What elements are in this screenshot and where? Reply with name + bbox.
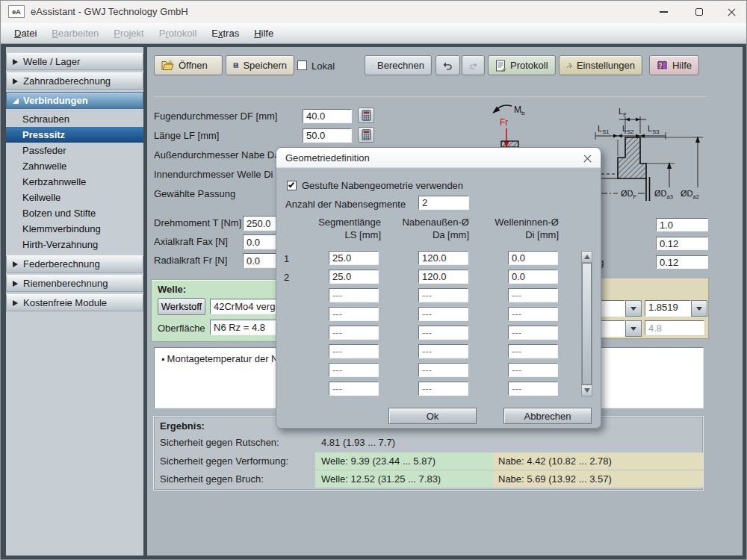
open-folder-icon xyxy=(161,60,174,71)
maximize-button[interactable] xyxy=(682,1,716,23)
segment-da-input[interactable] xyxy=(418,307,468,321)
minimize-button[interactable] xyxy=(646,1,681,23)
fugendurchmesser-label: Fugendurchmesser DF [mm] xyxy=(154,111,277,122)
gestufte-nabengeometrie-checkbox[interactable] xyxy=(287,181,297,190)
sidebar-item-keilwelle[interactable]: Keilwelle xyxy=(6,190,143,205)
werkstoff-button[interactable]: Werkstoff xyxy=(158,298,205,315)
segment-ls-input[interactable] xyxy=(329,307,379,321)
da2-label: ØDa2 xyxy=(681,189,699,200)
save-button[interactable]: Speichern xyxy=(226,55,294,75)
local-checkbox-label: Lokal xyxy=(311,60,335,72)
sidebar-section-federberechnung[interactable]: Federberechnung xyxy=(6,255,143,273)
sidebar-section-zahnradberechnung[interactable]: Zahnradberechnung xyxy=(6,72,143,90)
menu-datei[interactable]: Datei xyxy=(7,23,44,43)
help-book-icon xyxy=(657,60,668,71)
sidebar-section-welle-lager[interactable]: Welle / Lager xyxy=(6,53,143,70)
segment-di-input[interactable] xyxy=(508,270,558,284)
segment-ls-input[interactable] xyxy=(329,288,379,302)
close-button[interactable] xyxy=(714,1,747,23)
segment-di-input[interactable] xyxy=(508,344,558,358)
undo-button[interactable] xyxy=(436,55,460,75)
segment-di-input[interactable] xyxy=(508,307,558,321)
segment-da-input[interactable] xyxy=(418,382,468,396)
calculate-button[interactable]: Berechnen xyxy=(365,55,432,75)
lf-label: LF xyxy=(619,107,627,118)
segment-ls-input[interactable] xyxy=(329,382,379,396)
laenge-calc-button[interactable] xyxy=(358,127,374,143)
local-checkbox[interactable] xyxy=(297,60,307,70)
sidebar-section-kostenfreie-module[interactable]: Kostenfreie Module xyxy=(6,294,143,311)
da3-label: ØDa3 xyxy=(654,189,673,200)
sidebar-item-klemmverbindung[interactable]: Klemmverbindung xyxy=(6,221,143,237)
slip-label: Sicherheit gegen Rutschen: xyxy=(160,437,279,448)
ls1-label: LS1 xyxy=(598,124,609,135)
nabe-ratio-combo[interactable]: 1.8519 xyxy=(645,300,707,317)
coefficient-input-3[interactable] xyxy=(656,255,708,269)
segment-di-input[interactable] xyxy=(508,288,558,302)
menu-projekt[interactable]: Projekt xyxy=(106,23,151,43)
segment-da-input[interactable] xyxy=(418,270,468,284)
sidebar-section-verbindungen[interactable]: Verbindungen xyxy=(6,92,143,109)
sidebar-item-kerbzahnwelle[interactable]: Kerbzahnwelle xyxy=(6,174,143,190)
col2-header-line2: Da [mm] xyxy=(393,229,469,240)
segment-da-input[interactable] xyxy=(418,251,468,265)
deform-hub-value: Nabe: 4.42 (10.82 ... 2.78) xyxy=(498,455,612,467)
dropdown-arrow-icon[interactable] xyxy=(625,300,642,317)
sidebar-item-hirth-verzahnung[interactable]: Hirth-Verzahnung xyxy=(6,237,143,252)
segment-ls-input[interactable] xyxy=(329,344,379,358)
dialog-title-bar: Geometriedefinition xyxy=(276,148,601,168)
gestufte-checkbox-label: Gestufte Nabengeometrie verwenden xyxy=(302,180,463,191)
segments-input[interactable] xyxy=(418,196,469,210)
ls3-label: LS3 xyxy=(648,124,659,135)
dialog-scrollbar[interactable] xyxy=(581,251,592,396)
segment-da-input[interactable] xyxy=(418,344,468,358)
segment-ls-input[interactable] xyxy=(329,270,379,284)
menu-extras[interactable]: Extras xyxy=(204,23,247,43)
laenge-input[interactable] xyxy=(303,128,352,143)
fugendurchmesser-input[interactable] xyxy=(303,109,352,123)
segment-di-input[interactable] xyxy=(508,363,558,377)
sidebar-item-schrauben[interactable]: Schrauben xyxy=(6,111,143,127)
scroll-up-button[interactable] xyxy=(582,252,592,263)
segment-ls-input[interactable] xyxy=(329,326,379,340)
dialog-close-button[interactable] xyxy=(580,152,595,165)
segment-di-input[interactable] xyxy=(508,326,558,340)
dropdown-arrow-icon[interactable] xyxy=(691,300,707,317)
df-label: ØDF xyxy=(621,189,637,200)
collapsed-arrow-icon xyxy=(13,300,18,306)
segment-di-input[interactable] xyxy=(508,251,558,265)
segment-ls-input[interactable] xyxy=(329,363,379,377)
segment-da-input[interactable] xyxy=(418,326,468,340)
scroll-down-button[interactable] xyxy=(582,385,592,396)
title-bar: eA eAssistant - GWJ Technology GmbH xyxy=(1,1,747,23)
segment-ls-input[interactable] xyxy=(329,251,379,265)
redo-button[interactable] xyxy=(462,55,485,75)
coefficient-input-1[interactable] xyxy=(656,218,708,231)
settings-button[interactable]: Einstellungen xyxy=(559,55,642,75)
expanded-arrow-icon xyxy=(13,98,19,104)
ok-button[interactable]: Ok xyxy=(388,408,477,424)
sidebar-item-zahnwelle[interactable]: Zahnwelle xyxy=(6,158,143,174)
menu-hilfe[interactable]: Hilfe xyxy=(247,23,281,43)
col1-header-line1: Segmentlänge xyxy=(305,217,381,228)
menu-protokoll[interactable]: Protokoll xyxy=(152,23,205,43)
open-button[interactable]: Öffnen xyxy=(154,55,223,75)
sidebar-item-passfeder[interactable]: Passfeder xyxy=(6,143,143,158)
bullet-icon: ▪ xyxy=(161,354,164,364)
sidebar-item-bolzen-und-stifte[interactable]: Bolzen und Stifte xyxy=(6,205,143,221)
help-button[interactable]: Hilfe xyxy=(649,55,699,75)
sidebar-item-presssitz[interactable]: Presssitz xyxy=(6,127,143,143)
deform-label: Sicherheit gegen Verformung: xyxy=(160,455,288,467)
dropdown-arrow-icon[interactable] xyxy=(625,320,642,337)
segment-da-input[interactable] xyxy=(418,363,468,377)
fugendurchmesser-calc-button[interactable] xyxy=(358,108,374,123)
sidebar-section-riemenberechnung[interactable]: Riemenberechnung xyxy=(6,275,143,292)
scrollbar-thumb[interactable] xyxy=(582,263,592,385)
cancel-button[interactable]: Abbrechen xyxy=(503,408,592,424)
segment-da-input[interactable] xyxy=(418,288,468,302)
nabe-surface-field[interactable] xyxy=(645,320,704,335)
menu-bearbeiten[interactable]: Bearbeiten xyxy=(44,23,106,43)
coefficient-input-2[interactable] xyxy=(656,237,708,250)
protocol-button[interactable]: Protokoll xyxy=(488,55,556,75)
segment-di-input[interactable] xyxy=(508,382,558,396)
